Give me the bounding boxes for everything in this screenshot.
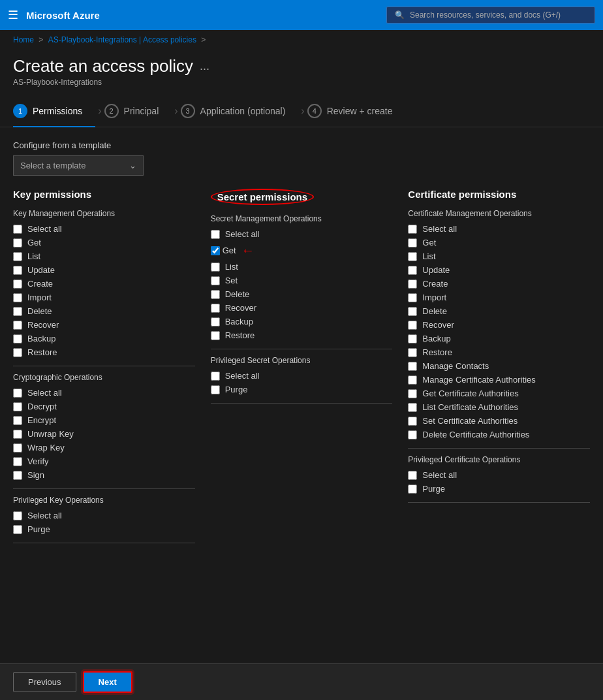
checkbox-c-backup[interactable] (408, 334, 417, 343)
label-c-list[interactable]: List (422, 251, 435, 261)
label-k-update[interactable]: Update (27, 265, 55, 275)
checkbox-k-restore[interactable] (13, 348, 22, 357)
label-k-purge[interactable]: Purge (27, 524, 50, 534)
label-k-get[interactable]: Get (27, 238, 41, 247)
label-k-unwrap[interactable]: Unwrap Key (27, 429, 74, 439)
checkbox-c-update[interactable] (408, 266, 417, 275)
label-s-select-all[interactable]: Select all (225, 229, 260, 239)
checkbox-c-create[interactable] (408, 279, 417, 289)
next-button[interactable]: Next (83, 671, 132, 693)
checkbox-k-select-all[interactable] (13, 225, 22, 234)
label-c-get[interactable]: Get (422, 238, 436, 247)
checkbox-c-select-all[interactable] (408, 225, 417, 234)
breadcrumb-home[interactable]: Home (13, 35, 34, 44)
label-c-create[interactable]: Create (422, 279, 448, 289)
checkbox-k-list[interactable] (13, 252, 22, 261)
checkbox-s-recover[interactable] (211, 304, 220, 313)
label-s-backup[interactable]: Backup (225, 317, 253, 326)
label-k-select-all[interactable]: Select all (27, 224, 62, 234)
breadcrumb-parent[interactable]: AS-Playbook-Integrations | Access polici… (48, 35, 196, 44)
checkbox-c-manage-ca[interactable] (408, 375, 417, 385)
label-s-get[interactable]: Get (223, 246, 236, 255)
more-options-icon[interactable]: ... (200, 59, 209, 73)
search-bar[interactable]: 🔍 Search resources, services, and docs (… (386, 7, 595, 24)
label-k-recover[interactable]: Recover (27, 320, 59, 330)
hamburger-icon[interactable]: ☰ (8, 8, 18, 22)
label-k-list[interactable]: List (27, 251, 40, 261)
label-c-restore[interactable]: Restore (422, 347, 452, 357)
checkbox-k-recover[interactable] (13, 321, 22, 330)
checkbox-c-restore[interactable] (408, 348, 417, 357)
label-k-wrap[interactable]: Wrap Key (27, 443, 65, 453)
label-c-recover[interactable]: Recover (422, 320, 454, 330)
step-application[interactable]: 3 Application (optional) (181, 95, 299, 127)
checkbox-k-backup[interactable] (13, 334, 22, 343)
checkbox-c-purge[interactable] (408, 485, 417, 494)
label-k-create[interactable]: Create (27, 279, 53, 289)
label-k-restore[interactable]: Restore (27, 347, 57, 357)
checkbox-k-create[interactable] (13, 279, 22, 289)
checkbox-k-purge[interactable] (13, 525, 22, 534)
checkbox-k-delete[interactable] (13, 307, 22, 316)
label-c-delete-ca[interactable]: Delete Certificate Authorities (422, 430, 529, 439)
step-review[interactable]: 4 Review + create (307, 95, 406, 127)
checkbox-k-verify[interactable] (13, 457, 22, 466)
label-c-purge[interactable]: Purge (422, 484, 445, 494)
label-k-priv-select-all[interactable]: Select all (27, 511, 62, 520)
checkbox-c-import[interactable] (408, 293, 417, 302)
label-s-priv-select-all[interactable]: Select all (225, 371, 260, 381)
label-k-crypto-select-all[interactable]: Select all (27, 388, 62, 398)
checkbox-k-update[interactable] (13, 266, 22, 275)
label-c-priv-select-all[interactable]: Select all (422, 470, 457, 480)
label-c-manage-ca[interactable]: Manage Certificate Authorities (422, 375, 535, 385)
label-c-delete[interactable]: Delete (422, 306, 447, 316)
label-k-encrypt[interactable]: Encrypt (27, 415, 56, 425)
label-s-delete[interactable]: Delete (225, 289, 250, 299)
label-s-set[interactable]: Set (225, 276, 238, 285)
checkbox-k-wrap[interactable] (13, 443, 22, 453)
step-permissions[interactable]: 1 Permissions (13, 95, 95, 127)
checkbox-k-get[interactable] (13, 238, 22, 247)
checkbox-k-sign[interactable] (13, 471, 22, 480)
checkbox-c-recover[interactable] (408, 321, 417, 330)
checkbox-k-decrypt[interactable] (13, 402, 22, 411)
checkbox-k-unwrap[interactable] (13, 430, 22, 439)
checkbox-s-set[interactable] (211, 276, 220, 285)
label-c-get-ca[interactable]: Get Certificate Authorities (422, 389, 518, 398)
checkbox-k-priv-select-all[interactable] (13, 511, 22, 520)
checkbox-s-delete[interactable] (211, 290, 220, 299)
label-c-select-all[interactable]: Select all (422, 224, 457, 234)
checkbox-s-select-all[interactable] (211, 230, 220, 239)
label-s-recover[interactable]: Recover (225, 303, 256, 313)
checkbox-s-backup[interactable] (211, 317, 220, 326)
checkbox-c-manage-contacts[interactable] (408, 362, 417, 371)
checkbox-c-set-ca[interactable] (408, 417, 417, 426)
label-s-purge[interactable]: Purge (225, 385, 248, 394)
step-principal[interactable]: 2 Principal (104, 95, 172, 127)
label-k-sign[interactable]: Sign (27, 470, 44, 480)
label-k-delete[interactable]: Delete (27, 306, 52, 316)
checkbox-c-get-ca[interactable] (408, 389, 417, 398)
checkbox-c-delete[interactable] (408, 307, 417, 316)
checkbox-c-priv-select-all[interactable] (408, 471, 417, 480)
label-c-backup[interactable]: Backup (422, 334, 450, 343)
checkbox-k-import[interactable] (13, 293, 22, 302)
checkbox-s-purge[interactable] (211, 385, 220, 394)
checkbox-c-list[interactable] (408, 252, 417, 261)
label-k-decrypt[interactable]: Decrypt (27, 402, 57, 411)
checkbox-s-restore[interactable] (211, 331, 220, 340)
template-select-dropdown[interactable]: Select a template ⌄ (13, 155, 144, 176)
checkbox-k-encrypt[interactable] (13, 416, 22, 425)
label-s-restore[interactable]: Restore (225, 330, 255, 340)
label-c-update[interactable]: Update (422, 265, 450, 275)
checkbox-s-get[interactable] (211, 246, 220, 255)
label-k-backup[interactable]: Backup (27, 334, 55, 343)
label-c-manage-contacts[interactable]: Manage Contacts (422, 361, 489, 371)
checkbox-k-crypto-select-all[interactable] (13, 389, 22, 398)
checkbox-c-get[interactable] (408, 238, 417, 247)
checkbox-s-list[interactable] (211, 262, 220, 272)
label-k-import[interactable]: Import (27, 293, 52, 302)
label-k-verify[interactable]: Verify (27, 456, 49, 466)
label-c-set-ca[interactable]: Set Certificate Authorities (422, 416, 518, 426)
checkbox-c-delete-ca[interactable] (408, 430, 417, 439)
